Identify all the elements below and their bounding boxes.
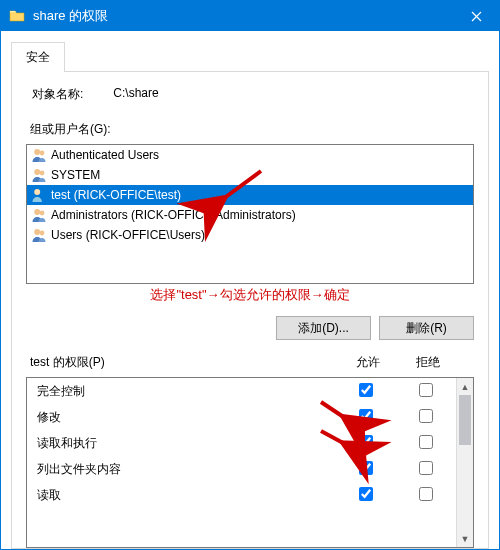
permission-row: 读取 bbox=[27, 482, 473, 508]
permission-row: 修改 bbox=[27, 404, 473, 430]
permission-row: 列出文件夹内容 bbox=[27, 456, 473, 482]
list-item-label: Users (RICK-OFFICE\Users) bbox=[51, 228, 205, 242]
permissions-title: test 的权限(P) bbox=[30, 354, 338, 371]
permission-name: 读取和执行 bbox=[37, 435, 336, 452]
svg-point-4 bbox=[34, 189, 40, 195]
list-item-label: Authenticated Users bbox=[51, 148, 159, 162]
permission-name: 读取 bbox=[37, 487, 336, 504]
svg-point-1 bbox=[40, 151, 45, 156]
users-group-icon bbox=[31, 147, 47, 163]
svg-point-3 bbox=[40, 171, 45, 176]
users-group-icon bbox=[31, 167, 47, 183]
svg-point-2 bbox=[34, 169, 40, 175]
column-allow: 允许 bbox=[338, 354, 398, 371]
object-name-value: C:\share bbox=[113, 86, 158, 103]
allow-checkbox[interactable] bbox=[359, 435, 373, 449]
object-name-label: 对象名称: bbox=[32, 86, 83, 103]
permission-name: 完全控制 bbox=[37, 383, 336, 400]
permission-name: 修改 bbox=[37, 409, 336, 426]
allow-checkbox[interactable] bbox=[359, 383, 373, 397]
list-item-label: test (RICK-OFFICE\test) bbox=[51, 188, 181, 202]
svg-point-8 bbox=[40, 231, 45, 236]
allow-checkbox[interactable] bbox=[359, 461, 373, 475]
list-item-label: Administrators (RICK-OFFICE\Administrato… bbox=[51, 208, 296, 222]
permission-name: 列出文件夹内容 bbox=[37, 461, 336, 478]
allow-checkbox[interactable] bbox=[359, 409, 373, 423]
dialog-body: 安全 对象名称: C:\share 组或用户名(G): Authenticate… bbox=[1, 31, 499, 549]
column-deny: 拒绝 bbox=[398, 354, 458, 371]
tab-bar: 安全 bbox=[11, 41, 489, 72]
permissions-dialog: share 的权限 安全 对象名称: C:\share 组或用户名(G): Au… bbox=[0, 0, 500, 550]
user-list[interactable]: Authenticated Users SYSTEM test (RICK-OF… bbox=[26, 144, 474, 284]
list-item[interactable]: Administrators (RICK-OFFICE\Administrato… bbox=[27, 205, 473, 225]
tab-security[interactable]: 安全 bbox=[11, 42, 65, 72]
user-icon bbox=[31, 187, 47, 203]
allow-checkbox[interactable] bbox=[359, 487, 373, 501]
scrollbar[interactable]: ▲ ▼ bbox=[456, 378, 473, 547]
deny-checkbox[interactable] bbox=[419, 409, 433, 423]
deny-checkbox[interactable] bbox=[419, 435, 433, 449]
scroll-up-icon[interactable]: ▲ bbox=[457, 378, 473, 395]
permission-row: 读取和执行 bbox=[27, 430, 473, 456]
permission-row: 完全控制 bbox=[27, 378, 473, 404]
deny-checkbox[interactable] bbox=[419, 383, 433, 397]
list-item[interactable]: SYSTEM bbox=[27, 165, 473, 185]
groups-label: 组或用户名(G): bbox=[26, 121, 474, 138]
deny-checkbox[interactable] bbox=[419, 461, 433, 475]
deny-checkbox[interactable] bbox=[419, 487, 433, 501]
titlebar[interactable]: share 的权限 bbox=[1, 1, 499, 31]
scroll-thumb[interactable] bbox=[459, 395, 471, 445]
permissions-table: 完全控制修改读取和执行列出文件夹内容读取 ▲ ▼ bbox=[26, 377, 474, 548]
annotation-text: 选择"test"→勾选允许的权限→确定 bbox=[26, 284, 474, 306]
svg-point-0 bbox=[34, 149, 40, 155]
scroll-down-icon[interactable]: ▼ bbox=[457, 530, 473, 547]
add-button[interactable]: 添加(D)... bbox=[276, 316, 371, 340]
users-group-icon bbox=[31, 227, 47, 243]
list-item[interactable]: Authenticated Users bbox=[27, 145, 473, 165]
svg-point-6 bbox=[40, 211, 45, 216]
security-panel: 对象名称: C:\share 组或用户名(G): Authenticated U… bbox=[11, 72, 489, 549]
close-button[interactable] bbox=[454, 1, 499, 31]
users-group-icon bbox=[31, 207, 47, 223]
svg-point-5 bbox=[34, 209, 40, 215]
list-item[interactable]: test (RICK-OFFICE\test) bbox=[27, 185, 473, 205]
remove-button[interactable]: 删除(R) bbox=[379, 316, 474, 340]
list-item-label: SYSTEM bbox=[51, 168, 100, 182]
list-item[interactable]: Users (RICK-OFFICE\Users) bbox=[27, 225, 473, 245]
folder-icon bbox=[9, 8, 25, 24]
svg-point-7 bbox=[34, 229, 40, 235]
window-title: share 的权限 bbox=[33, 7, 454, 25]
